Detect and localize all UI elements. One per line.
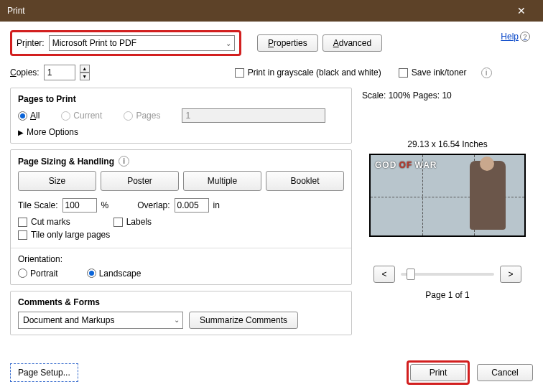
pages-current-radio[interactable]: Current — [61, 111, 102, 121]
properties-button[interactable]: Properties — [257, 34, 318, 52]
summarize-comments-button[interactable]: Summarize Comments — [189, 312, 298, 329]
radio-icon — [61, 111, 70, 121]
cut-marks-checkbox[interactable]: Cut marks — [18, 217, 70, 227]
pages-to-print-section: Pages to Print All Current Pages ▶More O… — [10, 88, 352, 144]
print-preview: GOD OF WAR — [369, 154, 526, 237]
checkbox-icon — [235, 68, 244, 78]
pages-all-radio[interactable]: All — [18, 111, 40, 121]
comments-section: Comments & Forms Document and Markups ⌄ … — [10, 291, 352, 335]
grayscale-checkbox[interactable]: Print in grayscale (black and white) — [235, 67, 381, 78]
chevron-down-icon: ⌄ — [174, 316, 180, 324]
tile-scale-input[interactable] — [62, 198, 97, 213]
window-title: Print — [7, 6, 507, 16]
comments-title: Comments & Forms — [18, 297, 344, 307]
preview-next-button[interactable]: > — [500, 266, 521, 283]
info-icon[interactable]: i — [119, 156, 129, 167]
size-button[interactable]: Size — [18, 171, 96, 191]
checkbox-icon — [399, 68, 408, 78]
preview-scale-pages: Scale: 100% Pages: 10 — [362, 90, 533, 101]
preview-page-indicator: Page 1 of 1 — [362, 290, 533, 300]
radio-selected-icon — [18, 111, 27, 121]
triangle-right-icon: ▶ — [18, 129, 24, 136]
checkbox-icon — [113, 218, 123, 227]
checkbox-icon — [18, 218, 27, 227]
pages-to-print-title: Pages to Print — [18, 94, 344, 104]
page-sizing-section: Page Sizing & Handlingi Size Poster Mult… — [10, 149, 352, 285]
page-sizing-title: Page Sizing & Handling — [18, 157, 114, 167]
copies-spinner[interactable]: ▲▼ — [80, 65, 90, 80]
overlap-input[interactable] — [175, 198, 209, 213]
chevron-down-icon: ⌄ — [226, 39, 231, 47]
comments-select[interactable]: Document and Markups ⌄ — [18, 312, 183, 329]
save-ink-checkbox[interactable]: Save ink/toner — [399, 67, 467, 78]
help-link[interactable]: Help ? — [501, 32, 530, 42]
preview-content-image — [470, 161, 506, 230]
poster-button[interactable]: Poster — [101, 171, 179, 191]
print-button-highlight: Print — [407, 360, 470, 385]
checkbox-icon — [18, 230, 27, 240]
advanced-button[interactable]: Advanced — [322, 34, 382, 52]
copies-input[interactable] — [44, 65, 75, 80]
spinner-down-icon[interactable]: ▼ — [80, 73, 90, 80]
radio-icon — [18, 269, 27, 278]
radio-selected-icon — [87, 269, 96, 278]
page-setup-button[interactable]: Page Setup... — [10, 363, 78, 382]
overlap-unit: in — [213, 200, 220, 210]
info-icon[interactable]: i — [481, 67, 492, 78]
preview-dimensions: 29.13 x 16.54 Inches — [362, 139, 533, 149]
tile-scale-label: Tile Scale: — [18, 200, 58, 210]
printer-label: Printer: — [17, 38, 45, 48]
portrait-radio[interactable]: Portrait — [18, 269, 58, 279]
multiple-button[interactable]: Multiple — [183, 171, 261, 191]
overlap-label: Overlap: — [137, 200, 170, 210]
percent-label: % — [101, 200, 109, 210]
cancel-button[interactable]: Cancel — [477, 364, 533, 381]
printer-selection-highlight: Printer: Microsoft Print to PDF ⌄ — [10, 30, 241, 56]
tile-large-checkbox[interactable]: Tile only large pages — [18, 230, 110, 240]
printer-select[interactable]: Microsoft Print to PDF ⌄ — [49, 35, 235, 51]
spinner-up-icon[interactable]: ▲ — [80, 65, 90, 73]
orientation-title: Orientation: — [18, 254, 344, 264]
print-button[interactable]: Print — [410, 364, 466, 381]
copies-label: Copies: — [10, 67, 40, 78]
preview-prev-button[interactable]: < — [373, 266, 395, 283]
pages-range-radio[interactable]: Pages — [124, 111, 160, 121]
help-icon: ? — [520, 32, 530, 42]
radio-icon — [124, 111, 133, 121]
slider-thumb[interactable] — [407, 269, 415, 280]
more-options-toggle[interactable]: ▶More Options — [18, 127, 344, 137]
labels-checkbox[interactable]: Labels — [113, 217, 152, 227]
close-icon[interactable]: ✕ — [507, 5, 536, 17]
landscape-radio[interactable]: Landscape — [87, 269, 141, 279]
printer-selected-value: Microsoft Print to PDF — [52, 38, 136, 48]
preview-slider[interactable] — [401, 273, 494, 276]
booklet-button[interactable]: Booklet — [266, 171, 344, 191]
preview-content-logo: GOD OF WAR — [375, 161, 437, 169]
help-label: Help — [501, 32, 519, 42]
pages-range-input[interactable] — [182, 108, 325, 123]
